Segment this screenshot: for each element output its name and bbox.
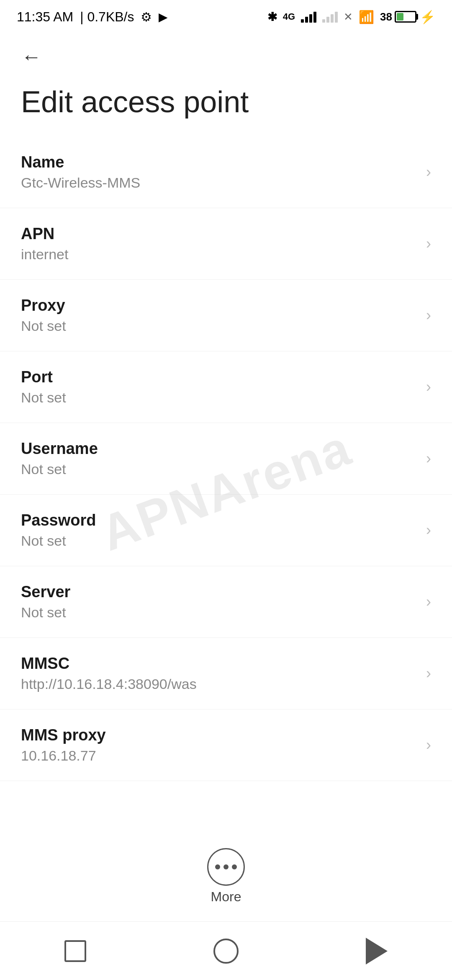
settings-list: Name Gtc-Wireless-MMS › APN internet › P…	[0, 137, 452, 781]
settings-item-content: Password Not set	[21, 511, 418, 549]
settings-value: 10.16.18.77	[21, 748, 418, 764]
recents-icon	[64, 940, 86, 962]
status-bar: 11:35 AM | 0.7KB/s ⚙ ▶ ✱ 4G ✕ 📶 38 ⚡	[0, 0, 452, 34]
settings-label: Port	[21, 368, 418, 386]
chevron-right-icon: ›	[426, 593, 431, 611]
settings-label: Name	[21, 153, 418, 171]
settings-label: MMSC	[21, 655, 418, 673]
back-arrow-icon: ←	[21, 45, 41, 68]
dot-1	[215, 864, 220, 869]
nav-home-button[interactable]	[209, 934, 243, 968]
more-circle-icon	[207, 848, 245, 886]
settings-value: Not set	[21, 461, 418, 477]
more-button[interactable]: More	[207, 848, 245, 905]
settings-item-mms-proxy[interactable]: MMS proxy 10.16.18.77 ›	[0, 709, 452, 781]
settings-item-content: Server Not set	[21, 583, 418, 621]
settings-value: Not set	[21, 533, 418, 549]
settings-item-password[interactable]: Password Not set ›	[0, 495, 452, 566]
settings-label: MMS proxy	[21, 726, 418, 744]
settings-value: Not set	[21, 604, 418, 621]
settings-item-name[interactable]: Name Gtc-Wireless-MMS ›	[0, 137, 452, 208]
signal-bars-1	[301, 11, 316, 23]
signal-bars-2	[322, 11, 338, 23]
no-signal-icon: ✕	[344, 10, 353, 23]
settings-item-content: Port Not set	[21, 368, 418, 406]
nav-recents-button[interactable]	[59, 934, 92, 968]
more-dots-icon	[215, 864, 237, 869]
back-icon	[366, 938, 388, 965]
speed-display: | 0.7KB/s	[80, 9, 134, 25]
settings-label: Proxy	[21, 297, 418, 315]
network-4g-icon: 4G	[283, 11, 295, 22]
chevron-right-icon: ›	[426, 235, 431, 253]
settings-item-content: Name Gtc-Wireless-MMS	[21, 153, 418, 191]
video-icon: ▶	[159, 10, 168, 24]
back-button[interactable]: ←	[17, 42, 46, 71]
chevron-right-icon: ›	[426, 450, 431, 467]
home-icon	[213, 939, 239, 964]
status-right: ✱ 4G ✕ 📶 38 ⚡	[267, 10, 435, 24]
dot-3	[232, 864, 237, 869]
settings-item-apn[interactable]: APN internet ›	[0, 208, 452, 280]
settings-value: Not set	[21, 318, 418, 334]
chevron-right-icon: ›	[426, 163, 431, 181]
settings-item-content: MMSC http://10.16.18.4:38090/was	[21, 655, 418, 692]
settings-icon: ⚙	[141, 10, 152, 24]
wifi-icon: 📶	[359, 10, 374, 24]
chevron-right-icon: ›	[426, 736, 431, 754]
settings-label: Username	[21, 440, 418, 458]
settings-label: Server	[21, 583, 418, 601]
settings-item-content: Username Not set	[21, 440, 418, 477]
settings-item-mmsc[interactable]: MMSC http://10.16.18.4:38090/was ›	[0, 638, 452, 709]
battery-icon: 38 ⚡	[380, 10, 435, 24]
nav-back-button[interactable]	[360, 934, 393, 968]
settings-value: Gtc-Wireless-MMS	[21, 175, 418, 191]
dot-2	[223, 864, 229, 869]
page-title: Edit access point	[0, 75, 452, 137]
settings-item-content: MMS proxy 10.16.18.77	[21, 726, 418, 764]
more-label: More	[211, 889, 241, 905]
settings-item-content: Proxy Not set	[21, 297, 418, 334]
settings-value: internet	[21, 246, 418, 263]
settings-label: Password	[21, 511, 418, 529]
settings-item-port[interactable]: Port Not set ›	[0, 351, 452, 423]
status-left: 11:35 AM | 0.7KB/s ⚙ ▶	[17, 9, 168, 25]
settings-item-server[interactable]: Server Not set ›	[0, 566, 452, 638]
settings-label: APN	[21, 225, 418, 243]
nav-bar	[0, 921, 452, 980]
header: ←	[0, 34, 452, 75]
chevron-right-icon: ›	[426, 378, 431, 396]
settings-item-proxy[interactable]: Proxy Not set ›	[0, 280, 452, 351]
chevron-right-icon: ›	[426, 665, 431, 682]
settings-item-username[interactable]: Username Not set ›	[0, 423, 452, 495]
settings-item-content: APN internet	[21, 225, 418, 263]
settings-value: Not set	[21, 389, 418, 406]
chevron-right-icon: ›	[426, 307, 431, 324]
chevron-right-icon: ›	[426, 521, 431, 539]
settings-value: http://10.16.18.4:38090/was	[21, 676, 418, 692]
bluetooth-icon: ✱	[267, 10, 277, 24]
time-display: 11:35 AM	[17, 9, 73, 25]
